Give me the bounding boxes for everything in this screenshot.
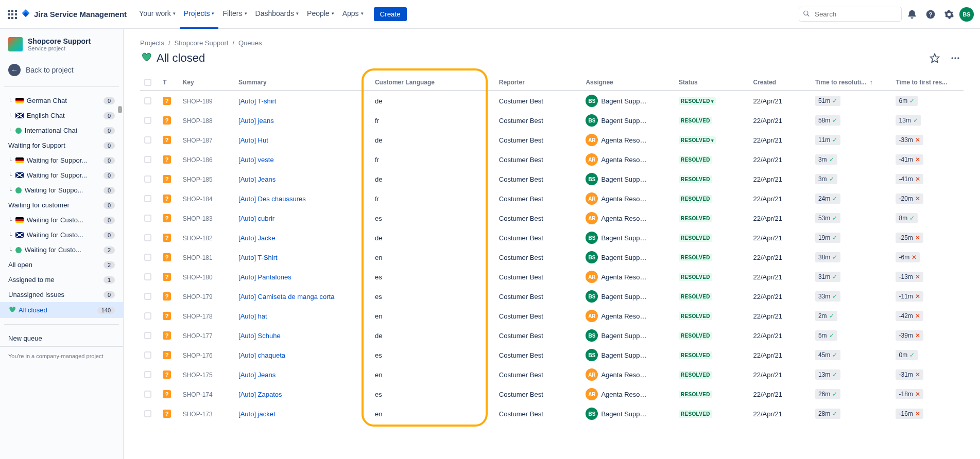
status-badge[interactable]: RESOLVED ▾ <box>679 136 716 144</box>
issue-key[interactable]: SHOP-178 <box>183 313 213 320</box>
issue-summary[interactable]: [Auto] Hut <box>238 136 268 144</box>
issue-key[interactable]: SHOP-180 <box>183 274 213 281</box>
status-badge[interactable]: RESOLVED <box>679 175 712 183</box>
issue-summary[interactable]: [Auto] Jeans <box>238 371 276 379</box>
status-badge[interactable]: RESOLVED <box>679 215 712 222</box>
status-badge[interactable]: RESOLVED <box>679 195 712 203</box>
issue-summary[interactable]: [Auto] Camiseta de manga corta <box>238 293 334 301</box>
status-badge[interactable]: RESOLVED ▾ <box>679 97 716 105</box>
col-key[interactable]: Key <box>179 75 234 91</box>
table-row[interactable]: ?SHOP-186[Auto] vestefrCostumer BestARAg… <box>140 150 964 169</box>
col-assignee[interactable]: Assignee <box>581 75 675 91</box>
more-icon[interactable] <box>947 50 964 66</box>
row-checkbox[interactable] <box>144 332 151 339</box>
nav-filters[interactable]: Filters▾ <box>218 0 251 29</box>
col-created[interactable]: Created <box>749 75 811 91</box>
notifications-icon[interactable] <box>904 6 920 23</box>
status-badge[interactable]: RESOLVED <box>679 371 712 379</box>
queue-item[interactable]: └Waiting for Custo...2 <box>0 242 123 257</box>
table-row[interactable]: ?SHOP-178[Auto] hatenCostumer BestARAgen… <box>140 306 964 326</box>
row-checkbox[interactable] <box>144 273 151 280</box>
issue-key[interactable]: SHOP-174 <box>183 391 213 398</box>
status-badge[interactable]: RESOLVED <box>679 293 712 301</box>
queue-item[interactable]: └German Chat0 <box>0 93 123 108</box>
breadcrumb-item[interactable]: Queues <box>238 39 262 47</box>
row-checkbox[interactable] <box>144 351 151 359</box>
table-row[interactable]: ?SHOP-181[Auto] T-ShirtenCostumer BestBS… <box>140 248 964 267</box>
status-badge[interactable]: RESOLVED <box>679 254 712 261</box>
select-all-checkbox[interactable] <box>144 79 151 86</box>
issue-key[interactable]: SHOP-179 <box>183 293 213 301</box>
status-badge[interactable]: RESOLVED <box>679 117 712 125</box>
status-badge[interactable]: RESOLVED <box>679 312 712 320</box>
row-checkbox[interactable] <box>144 136 151 144</box>
nav-your-work[interactable]: Your work▾ <box>135 0 180 29</box>
issue-key[interactable]: SHOP-173 <box>183 411 213 418</box>
row-checkbox[interactable] <box>144 293 151 300</box>
back-to-project[interactable]: ← Back to project <box>0 60 123 80</box>
issue-key[interactable]: SHOP-188 <box>183 117 213 125</box>
issue-summary[interactable]: [Auto] jacket <box>238 410 276 418</box>
new-queue[interactable]: New queue <box>0 331 123 346</box>
settings-icon[interactable] <box>941 6 957 23</box>
queue-item[interactable]: All open2 <box>0 257 123 272</box>
row-checkbox[interactable] <box>144 234 151 241</box>
status-badge[interactable]: RESOLVED <box>679 391 712 398</box>
status-badge[interactable]: RESOLVED <box>679 234 712 242</box>
issue-summary[interactable]: [Auto] Des chaussures <box>238 195 306 203</box>
issue-key[interactable]: SHOP-182 <box>183 235 213 242</box>
row-checkbox[interactable] <box>144 215 151 222</box>
issue-summary[interactable]: [Auto] Jacke <box>238 234 276 242</box>
row-checkbox[interactable] <box>144 410 151 417</box>
scrollbar-thumb[interactable] <box>118 106 122 113</box>
col-status[interactable]: Status <box>675 75 749 91</box>
create-button[interactable]: Create <box>374 7 407 21</box>
user-avatar[interactable]: BS <box>959 7 974 22</box>
queue-item[interactable]: Waiting for Support0 <box>0 138 123 153</box>
table-row[interactable]: ?SHOP-189[Auto] T-shirtdeCostumer BestBS… <box>140 91 964 111</box>
table-row[interactable]: ?SHOP-177[Auto] SchuhedeCostumer BestBSB… <box>140 326 964 345</box>
queue-item[interactable]: Unassigned issues0 <box>0 287 123 302</box>
issue-key[interactable]: SHOP-185 <box>183 176 213 183</box>
row-checkbox[interactable] <box>144 156 151 163</box>
table-row[interactable]: ?SHOP-188[Auto] jeansfrCostumer BestBSBa… <box>140 111 964 130</box>
issue-summary[interactable]: [Auto] T-Shirt <box>238 254 278 261</box>
issue-key[interactable]: SHOP-187 <box>183 137 213 144</box>
issue-key[interactable]: SHOP-177 <box>183 332 213 340</box>
table-row[interactable]: ?SHOP-185[Auto] JeansdeCostumer BestBSBa… <box>140 169 964 189</box>
col-type[interactable]: T <box>159 75 179 91</box>
table-row[interactable]: ?SHOP-179[Auto] Camiseta de manga cortae… <box>140 287 964 306</box>
help-icon[interactable]: ? <box>922 6 939 23</box>
row-checkbox[interactable] <box>144 97 151 104</box>
issue-summary[interactable]: [Auto] veste <box>238 156 274 164</box>
col-time-to-first-response[interactable]: Time to first res... <box>891 75 964 91</box>
issue-key[interactable]: SHOP-183 <box>183 215 213 222</box>
row-checkbox[interactable] <box>144 254 151 261</box>
app-switcher-icon[interactable] <box>6 8 19 21</box>
table-row[interactable]: ?SHOP-175[Auto] JeansenCostumer BestARAg… <box>140 365 964 384</box>
table-row[interactable]: ?SHOP-183[Auto] cubriresCostumer BestARA… <box>140 208 964 228</box>
table-row[interactable]: ?SHOP-176[Auto] chaquetaesCostumer BestB… <box>140 345 964 365</box>
issue-summary[interactable]: [Auto] cubrir <box>238 215 274 222</box>
status-badge[interactable]: RESOLVED <box>679 351 712 359</box>
issue-summary[interactable]: [Auto] Schuhe <box>238 332 281 340</box>
breadcrumb-item[interactable]: Shopcore Support <box>175 39 229 47</box>
queue-item[interactable]: └International Chat0 <box>0 123 123 138</box>
issue-summary[interactable]: [Auto] Jeans <box>238 175 276 183</box>
breadcrumb-item[interactable]: Projects <box>140 39 164 47</box>
issue-key[interactable]: SHOP-181 <box>183 254 213 261</box>
row-checkbox[interactable] <box>144 117 151 124</box>
queue-item[interactable]: └Waiting for Custo...0 <box>0 227 123 242</box>
table-row[interactable]: ?SHOP-182[Auto] JackedeCostumer BestBSBa… <box>140 228 964 248</box>
queue-item[interactable]: └English Chat0 <box>0 108 123 123</box>
col-summary[interactable]: Summary <box>234 75 371 91</box>
issue-summary[interactable]: [Auto] Pantalones <box>238 273 291 281</box>
queue-item[interactable]: All closed140 <box>0 302 123 318</box>
table-row[interactable]: ?SHOP-184[Auto] Des chaussuresfrCostumer… <box>140 189 964 208</box>
issue-key[interactable]: SHOP-176 <box>183 352 213 359</box>
col-time-to-resolution[interactable]: Time to resoluti... ↑ <box>811 75 892 91</box>
row-checkbox[interactable] <box>144 195 151 202</box>
status-badge[interactable]: RESOLVED <box>679 410 712 418</box>
search-input[interactable] <box>799 7 902 22</box>
issue-summary[interactable]: [Auto] T-shirt <box>238 97 276 105</box>
